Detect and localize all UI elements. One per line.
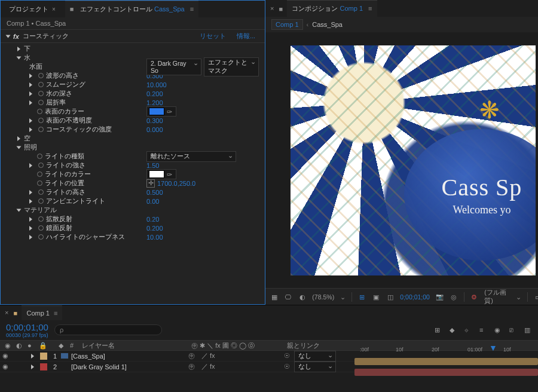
position-crosshair-icon[interactable]: ✛: [146, 179, 155, 188]
project-tab[interactable]: プロジェクト×: [4, 1, 60, 17]
color-mgmt-icon[interactable]: ⚙: [470, 292, 478, 302]
value-smoothing[interactable]: 10.000: [146, 81, 167, 88]
view-layout-icon[interactable]: ▭: [534, 292, 538, 302]
mask-icon[interactable]: ◐: [298, 292, 306, 302]
effect-target-link[interactable]: Cass_Spa: [154, 5, 185, 13]
layer-name[interactable]: [Cass_Spa]: [71, 353, 188, 360]
twirl-icon[interactable]: [17, 56, 22, 59]
value-diffuse[interactable]: 0.20: [146, 216, 159, 223]
twirl-icon[interactable]: [17, 209, 22, 212]
guides-icon[interactable]: ◫: [386, 292, 394, 302]
frame-blend-icon[interactable]: ≡: [479, 326, 487, 334]
pickwhip-icon[interactable]: ☉: [284, 363, 292, 370]
water-surface-select[interactable]: 2. Dark Gray So: [146, 59, 201, 75]
group-sky[interactable]: 空: [1, 134, 265, 143]
info-link[interactable]: 情報...: [237, 32, 255, 41]
layer-bar[interactable]: [354, 369, 538, 376]
viewer-time[interactable]: 0;00;01;00: [400, 293, 430, 301]
panel-menu-icon[interactable]: ≡: [54, 310, 57, 317]
value-caustic-strength[interactable]: 0.000: [146, 126, 163, 133]
value-specular[interactable]: 0.200: [146, 225, 163, 232]
close-icon[interactable]: ×: [5, 309, 8, 316]
composition-viewer[interactable]: ❋ Cass Sp Welcomes yo: [265, 32, 538, 288]
group-material[interactable]: マテリアル: [1, 206, 265, 215]
display-icon[interactable]: 🖵: [284, 292, 292, 302]
value-light-intensity[interactable]: 1.50: [146, 162, 159, 169]
effect-header[interactable]: fx コースティック リセット 情報...: [1, 29, 265, 43]
switches-column[interactable]: ㊥ ✱ ＼ fx 圃 ◎ ◯ ⓪: [191, 341, 287, 350]
value-refraction[interactable]: 1.200: [146, 99, 163, 106]
parent-select[interactable]: なし: [294, 351, 336, 362]
value-surface-opacity[interactable]: 0.300: [146, 117, 163, 124]
label-column-icon[interactable]: ◆: [59, 342, 66, 350]
audio-column-icon[interactable]: ◐: [16, 342, 24, 350]
value-ambient-light[interactable]: 0.00: [146, 198, 159, 205]
stopwatch-icon[interactable]: [38, 216, 44, 222]
quality-select[interactable]: (フル画質): [484, 289, 510, 305]
panel-menu-icon[interactable]: ≡: [368, 5, 372, 12]
layer-switches[interactable]: ㊥ ／ fx: [188, 362, 284, 371]
pickwhip-icon[interactable]: ☉: [284, 352, 292, 360]
resolution-icon[interactable]: ⊞: [358, 292, 366, 302]
panel-menu-icon[interactable]: ≡: [190, 5, 194, 13]
draft3d-icon[interactable]: ◆: [450, 326, 457, 334]
stopwatch-icon[interactable]: [38, 100, 44, 105]
stopwatch-icon[interactable]: [38, 198, 44, 204]
lock-column-icon[interactable]: 🔒: [39, 342, 47, 350]
label-color[interactable]: [40, 353, 47, 360]
stopwatch-icon[interactable]: [37, 109, 42, 114]
grid-icon[interactable]: ▣: [372, 292, 380, 302]
current-timecode[interactable]: 0;00;01;00: [6, 322, 48, 332]
light-color-picker[interactable]: ✑: [146, 169, 176, 179]
light-type-select[interactable]: 離れたソース: [146, 151, 236, 162]
twirl-icon[interactable]: [31, 365, 34, 369]
reset-link[interactable]: リセット: [200, 32, 226, 41]
parent-column[interactable]: 親とリンク: [287, 341, 357, 350]
solo-column-icon[interactable]: ●: [27, 342, 35, 350]
visibility-toggle[interactable]: ◉: [0, 363, 11, 370]
stopwatch-icon[interactable]: [38, 118, 44, 123]
layer-name[interactable]: [Dark Gray Solid 1]: [71, 363, 188, 370]
twirl-icon[interactable]: [17, 136, 20, 141]
layer-name-column[interactable]: レイヤー名: [82, 341, 115, 350]
timeline-layer-row[interactable]: ◉ 1 [Cass_Spa] ㊥ ／ fx ☉なし: [0, 351, 538, 362]
fx-badge[interactable]: fx: [13, 33, 19, 40]
value-highlight-sharpness[interactable]: 10.00: [146, 234, 163, 241]
stopwatch-icon[interactable]: [37, 172, 42, 177]
timeline-search[interactable]: ρ: [54, 324, 162, 335]
surface-color-picker[interactable]: ✑: [146, 106, 176, 117]
eye-column-icon[interactable]: ◉: [5, 342, 13, 350]
stopwatch-icon[interactable]: [38, 234, 44, 240]
stopwatch-icon[interactable]: [38, 127, 44, 132]
effect-controls-tab[interactable]: ■ エフェクトコントロール Cass_Spa ≡: [65, 1, 198, 17]
crumb-comp[interactable]: Comp 1: [271, 19, 303, 30]
twirl-icon[interactable]: [17, 47, 20, 51]
label-color[interactable]: [40, 363, 47, 370]
stopwatch-icon[interactable]: [38, 189, 44, 195]
alpha-icon[interactable]: ▦: [270, 292, 278, 302]
graph-editor-icon[interactable]: ⎚: [509, 326, 517, 334]
parent-select[interactable]: なし: [294, 362, 336, 372]
layer-switches[interactable]: ㊥ ／ fx: [188, 351, 284, 360]
group-below[interactable]: 下: [1, 44, 265, 53]
twirl-icon[interactable]: [6, 35, 11, 38]
stopwatch-icon[interactable]: [37, 180, 42, 186]
value-light-height[interactable]: 0.500: [146, 189, 163, 196]
motion-blur-icon[interactable]: ◉: [494, 326, 502, 334]
twirl-icon[interactable]: [17, 146, 22, 149]
value-light-position[interactable]: 1700.0,250.0: [157, 180, 195, 187]
stopwatch-icon[interactable]: [38, 225, 44, 231]
stopwatch-icon[interactable]: [38, 73, 44, 78]
stopwatch-icon[interactable]: [37, 154, 42, 159]
visibility-toggle[interactable]: ◉: [0, 352, 11, 360]
composition-tab[interactable]: コンポジション Comp 1 ≡: [287, 0, 377, 17]
stopwatch-icon[interactable]: [38, 91, 44, 96]
twirl-icon[interactable]: [31, 354, 34, 359]
timeline-comp-tab[interactable]: Comp 1 ≡: [22, 305, 62, 320]
close-icon[interactable]: ×: [270, 5, 274, 12]
zoom-level[interactable]: (78.5%): [312, 293, 334, 301]
layer-switches-icon[interactable]: ▥: [524, 326, 532, 334]
snapshot-icon[interactable]: 📷: [436, 292, 444, 302]
close-icon[interactable]: ×: [52, 6, 56, 13]
playhead-icon[interactable]: ▼: [489, 343, 497, 353]
